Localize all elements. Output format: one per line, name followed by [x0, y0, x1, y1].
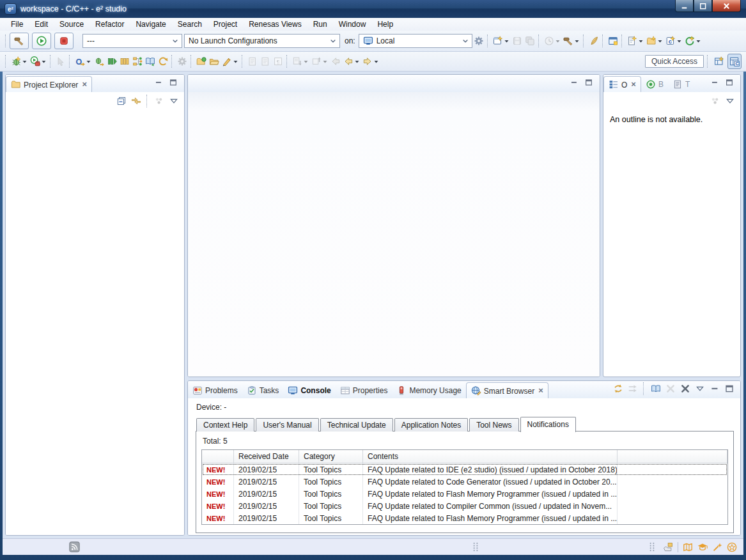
new-wizard-icon[interactable]	[492, 33, 511, 49]
code-generator-icon[interactable]	[683, 33, 703, 49]
quick-access-button[interactable]: Quick Access	[645, 55, 704, 68]
open-manual-icon[interactable]	[649, 381, 662, 396]
view-menu-arrow-icon[interactable]	[694, 381, 706, 396]
tab-console[interactable]: Console	[283, 382, 335, 398]
new-c-file-icon[interactable]	[626, 33, 645, 49]
minimize-view-icon[interactable]	[568, 75, 580, 90]
import-project-icon[interactable]	[195, 54, 208, 69]
reset-icon[interactable]	[157, 54, 169, 69]
editor-body[interactable]	[188, 92, 600, 377]
tutorials-icon[interactable]	[697, 542, 708, 552]
menu-item-file[interactable]: File	[5, 19, 29, 30]
close-icon[interactable]: ×	[537, 387, 543, 394]
close-window-button[interactable]	[712, 0, 741, 12]
view-menu-arrow-icon[interactable]	[167, 93, 180, 109]
welcome-icon[interactable]	[727, 542, 737, 552]
column-header[interactable]: Received Date	[234, 450, 299, 463]
table-row[interactable]: NEW!2019/02/15Tool TopicsFAQ Update rela…	[202, 488, 727, 500]
maximize-view-icon[interactable]	[582, 75, 595, 90]
map-icon[interactable]	[683, 542, 693, 552]
minimize-window-button[interactable]	[675, 0, 694, 12]
maximize-window-button[interactable]	[694, 0, 712, 12]
menu-item-refactor[interactable]: Refactor	[89, 19, 130, 30]
performance-analysis-icon[interactable]	[131, 54, 144, 69]
subtab-user-s-manual[interactable]: User's Manual	[256, 418, 318, 432]
tab-problems[interactable]: Problems	[188, 382, 242, 398]
menu-item-run[interactable]: Run	[307, 19, 333, 30]
run-button[interactable]	[32, 33, 51, 49]
column-header[interactable]: Contents	[363, 450, 618, 463]
target-combo[interactable]: Local	[359, 34, 472, 48]
table-row[interactable]: NEW!2019/02/15Tool TopicsFAQ Update rela…	[202, 512, 727, 524]
realtime-profile-icon[interactable]	[105, 54, 118, 69]
menu-item-window[interactable]: Window	[333, 19, 372, 30]
new-project-icon[interactable]	[645, 33, 664, 49]
minimize-view-icon[interactable]	[152, 75, 165, 90]
open-folder-icon[interactable]	[208, 54, 221, 69]
column-header[interactable]	[202, 450, 234, 463]
menu-item-help[interactable]: Help	[371, 19, 399, 30]
coverage-icon[interactable]	[93, 54, 105, 69]
rss-feed-icon[interactable]	[69, 541, 80, 552]
table-row[interactable]: NEW!2019/02/15Tool TopicsFAQ Update rela…	[202, 500, 727, 512]
subtab-application-notes[interactable]: Application Notes	[394, 418, 468, 432]
refresh-library-icon[interactable]	[144, 54, 157, 69]
open-element-icon[interactable]	[607, 33, 619, 49]
tab-outline-o[interactable]: O×	[603, 76, 641, 92]
tab-outline-t[interactable]: T	[668, 76, 694, 92]
status-drag-handle[interactable]	[471, 542, 481, 552]
subtab-context-help[interactable]: Context Help	[196, 418, 254, 432]
menu-item-navigate[interactable]: Navigate	[130, 19, 171, 30]
build-config-combo[interactable]: ---	[82, 34, 182, 48]
build-button[interactable]	[10, 33, 29, 49]
optimization-icon[interactable]: O	[74, 54, 93, 69]
table-row[interactable]: NEW!2019/02/15Tool TopicsFAQ Update rela…	[202, 463, 727, 476]
run-icon[interactable]	[29, 54, 48, 69]
refresh-icon[interactable]	[612, 381, 625, 396]
table-row[interactable]: NEW!2019/02/15Tool TopicsFAQ Update rela…	[202, 476, 727, 488]
menu-item-renesas-views[interactable]: Renesas Views	[243, 19, 307, 30]
forward-icon[interactable]	[361, 54, 380, 69]
subtab-notifications[interactable]: Notifications	[520, 417, 576, 432]
status-drag-handle[interactable]	[648, 542, 657, 552]
back-icon[interactable]	[342, 54, 361, 69]
maximize-view-icon[interactable]	[167, 75, 180, 90]
mark-occurrences-icon[interactable]	[221, 54, 240, 69]
column-header[interactable]: Category	[299, 450, 363, 463]
target-settings-icon[interactable]	[472, 33, 485, 49]
tab-memory-usage[interactable]: Memory Usage	[392, 382, 465, 398]
new-c-source-icon[interactable]: c	[664, 33, 683, 49]
tab-properties[interactable]: Properties	[336, 382, 392, 398]
project-explorer-body[interactable]	[6, 110, 184, 535]
cpp-perspective-icon[interactable]: C	[727, 54, 742, 69]
collapse-all-icon[interactable]	[115, 93, 128, 109]
tab-outline-b[interactable]: B	[641, 76, 668, 92]
menu-item-project[interactable]: Project	[208, 19, 243, 30]
search-icon[interactable]	[587, 33, 600, 49]
debug-icon[interactable]	[10, 54, 29, 69]
menu-item-search[interactable]: Search	[172, 19, 208, 30]
subtab-technical-update[interactable]: Technical Update	[320, 418, 393, 432]
maximize-view-icon[interactable]	[723, 381, 736, 396]
open-perspective-icon[interactable]	[713, 54, 726, 69]
maximize-view-icon[interactable]	[723, 75, 736, 90]
column-header[interactable]	[618, 450, 727, 463]
minimize-view-icon[interactable]	[708, 381, 721, 396]
subtab-tool-news[interactable]: Tool News	[469, 418, 518, 432]
delete-all-icon[interactable]	[679, 381, 692, 396]
minimize-view-icon[interactable]	[708, 75, 721, 90]
tab-smart-browser[interactable]: Smart Browser×	[466, 382, 548, 398]
close-icon[interactable]: ×	[81, 81, 87, 88]
build-all-icon[interactable]	[562, 33, 581, 49]
install-update-icon[interactable]	[663, 542, 673, 552]
view-menu-arrow-icon[interactable]	[724, 93, 736, 109]
close-icon[interactable]: ×	[630, 81, 636, 88]
tab-tasks[interactable]: Tasks	[242, 382, 284, 398]
launch-config-combo[interactable]: No Launch Configurations	[184, 34, 340, 48]
menu-item-source[interactable]: Source	[54, 19, 89, 30]
menu-item-edit[interactable]: Edit	[29, 19, 54, 30]
stop-button[interactable]	[54, 33, 74, 49]
link-with-editor-icon[interactable]	[130, 93, 143, 109]
memory-bars-icon[interactable]	[118, 54, 131, 69]
whats-new-icon[interactable]	[712, 542, 722, 552]
